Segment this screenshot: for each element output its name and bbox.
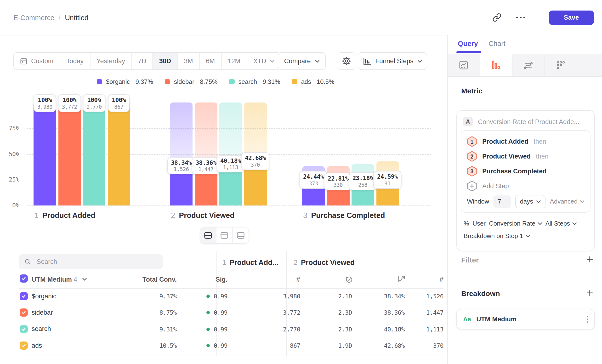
- window-value-input[interactable]: 7: [494, 195, 511, 208]
- save-button[interactable]: Save: [549, 10, 594, 25]
- cell-time: 1.9D: [338, 342, 352, 349]
- add-breakdown-button[interactable]: [585, 288, 594, 297]
- cell-total: 9.31%: [160, 326, 177, 333]
- step-number: 1: [222, 258, 226, 266]
- cell-step1_count: 3,772: [283, 309, 300, 316]
- breakdown-on-step-select[interactable]: Breakdown on Step 1: [457, 227, 594, 239]
- bar-count: 1,113: [220, 164, 241, 171]
- advanced-label: Advanced: [550, 198, 578, 205]
- funnel-chart: 75%50%25%0%100%3,980100%3,772100%2,77010…: [0, 0, 447, 235]
- row-label: $organic: [32, 292, 56, 300]
- breakdown-property-card[interactable]: Aa UTM Medium: [456, 309, 595, 330]
- row-checkbox[interactable]: [20, 342, 28, 349]
- cell-step1_count: 2,770: [283, 326, 300, 333]
- bar-value-label: 38.36%1,447: [192, 157, 220, 174]
- total-conv-header[interactable]: Total Conv.: [142, 276, 177, 283]
- select-all-checkbox[interactable]: [20, 274, 28, 282]
- row-checkbox[interactable]: [20, 325, 28, 333]
- conversion-window-row: Window 7 days Advanced: [467, 195, 584, 208]
- breakdown-options-kebab[interactable]: [587, 316, 588, 323]
- cell-count: 370: [433, 342, 443, 349]
- chevron-down-icon[interactable]: [82, 278, 87, 281]
- bar-value-label: 24.59%91: [373, 171, 402, 188]
- layout-toggle: [200, 227, 249, 244]
- conversion-rate-icon[interactable]: [397, 275, 406, 285]
- breakdown-property-label: UTM Medium: [476, 316, 516, 323]
- layout-toggle-table-only[interactable]: [233, 227, 248, 243]
- app-window: E-Commerce / Untitled Save CustomTodayYe…: [0, 0, 602, 364]
- percent-prefix: %: [463, 220, 469, 227]
- step-number-hexagon: 2: [467, 151, 477, 162]
- layout-toggle-split-view[interactable]: [200, 227, 216, 243]
- counting-method[interactable]: User: [473, 220, 486, 227]
- bar-pct: 24.59%: [377, 173, 398, 180]
- bar-count: 373: [303, 181, 324, 187]
- y-axis-tick: 75%: [0, 125, 19, 132]
- sig-header[interactable]: Sig.: [215, 276, 227, 283]
- cell-sig: 0.99: [206, 293, 227, 300]
- add-step-button[interactable]: Add Step: [467, 179, 584, 193]
- step-number: 3: [303, 211, 307, 220]
- layout-toggle-chart-only[interactable]: [216, 227, 233, 243]
- bar-value-label: 23.18%258: [349, 172, 377, 190]
- row-checkbox[interactable]: [20, 309, 28, 317]
- steps-scope-select[interactable]: All Steps: [546, 220, 577, 227]
- cell-step1_count: 867: [290, 342, 300, 349]
- count-column-icon[interactable]: #: [440, 275, 443, 283]
- search-icon: [24, 258, 31, 265]
- table-row[interactable]: sidebar8.75%3,7722.3D38.36%1,4470.99: [19, 305, 443, 321]
- tab-flows-icon[interactable]: [512, 54, 545, 76]
- breakdown-section-heading: Breakdown: [461, 289, 500, 297]
- tab-chart[interactable]: Chart: [488, 40, 505, 47]
- metric-step[interactable]: 2Product Viewedthen: [467, 149, 584, 164]
- search-input[interactable]: [36, 258, 157, 266]
- funnel-bar[interactable]: [58, 103, 81, 205]
- cell-total: 8.75%: [160, 309, 177, 316]
- add-filter-button[interactable]: [585, 255, 594, 263]
- table-row[interactable]: $organic9.37%3,9802.1D38.34%1,5260.99: [19, 288, 443, 305]
- cell-total: 9.37%: [160, 293, 177, 300]
- breakdown-column-header[interactable]: UTM Medium 4: [32, 276, 77, 283]
- table-row[interactable]: ads10.5%8671.9D42.68%3700.99: [19, 337, 443, 354]
- measurement-select[interactable]: Conversion Rate: [489, 220, 542, 227]
- funnel-bar[interactable]: [108, 103, 130, 205]
- bar-count: 330: [328, 182, 349, 188]
- step-name: Product Viewed: [301, 258, 355, 266]
- tab-query[interactable]: Query: [458, 40, 478, 47]
- bar-value-label: 24.44%373: [299, 171, 328, 189]
- tab-insights-icon[interactable]: [448, 54, 480, 76]
- tab-funnels-icon[interactable]: [480, 54, 512, 76]
- count-column-icon[interactable]: #: [296, 275, 300, 283]
- cell-sig: 0.99: [206, 309, 227, 316]
- funnel-steps-card: 1Product Addedthen2Product Viewedthen3Pu…: [461, 130, 591, 213]
- funnel-bar[interactable]: [83, 103, 105, 205]
- bar-count: 91: [377, 180, 398, 187]
- table-search[interactable]: [19, 254, 163, 269]
- cell-sig: 0.99: [206, 326, 227, 333]
- more-menu-icon[interactable]: [514, 11, 527, 24]
- window-unit-label: days: [520, 198, 533, 205]
- step-number-hexagon: 3: [467, 166, 477, 177]
- chevron-down-icon: [526, 235, 530, 237]
- funnel-step-label: 3Purchase Completed: [303, 211, 385, 220]
- advanced-toggle[interactable]: Advanced: [550, 198, 584, 205]
- time-to-convert-icon[interactable]: [345, 275, 354, 285]
- filter-section-heading: Filter: [461, 256, 479, 264]
- metric-summary[interactable]: A Conversion Rate of Product Adde...: [457, 111, 594, 130]
- row-checkbox[interactable]: [20, 292, 28, 300]
- window-unit-select[interactable]: days: [515, 195, 546, 208]
- funnel-bar[interactable]: [33, 103, 56, 205]
- bar-value-label: 42.68%370: [241, 152, 270, 170]
- cell-count: 1,526: [426, 293, 443, 300]
- cell-rate: 38.36%: [384, 309, 405, 316]
- step-name: Product Added: [42, 211, 95, 220]
- bar-count: 1,447: [196, 166, 216, 172]
- query-panel: Query Chart: [447, 35, 602, 364]
- copy-link-icon[interactable]: [490, 11, 503, 24]
- tab-retention-icon[interactable]: [545, 54, 577, 76]
- metric-step[interactable]: 3Purchase Completed: [467, 164, 584, 179]
- table-row[interactable]: search9.31%2,7702.3D40.18%1,1130.99: [19, 321, 443, 338]
- metric-step[interactable]: 1Product Addedthen: [467, 134, 584, 149]
- bar-count: 1,526: [171, 166, 192, 172]
- plus-icon: [586, 256, 593, 263]
